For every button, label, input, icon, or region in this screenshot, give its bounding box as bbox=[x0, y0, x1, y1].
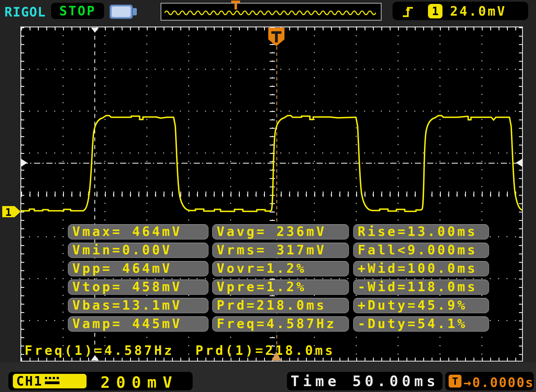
battery-fill bbox=[112, 6, 131, 17]
measure-cell-nwid: -Wid=118.0ms bbox=[353, 279, 489, 295]
channel1-scale: 200mV bbox=[100, 373, 178, 391]
measure-cell-rise: Rise=13.00ms bbox=[353, 224, 489, 240]
measure-cell-vpp: Vpp= 464mV bbox=[68, 261, 209, 276]
run-status-label: STOP bbox=[59, 3, 96, 18]
timebase-readout: Time 50.00ms bbox=[287, 372, 442, 390]
battery-icon bbox=[109, 4, 133, 19]
trigger-offset-t-icon: T bbox=[449, 375, 461, 388]
measure-cell-nduty: -Duty=54.1% bbox=[353, 316, 489, 332]
trigger-level-value: 24.0mV bbox=[450, 4, 506, 19]
freq-readout: Freq(1)=4.587Hz bbox=[25, 343, 174, 358]
trigger-offset-value: →0.0000s bbox=[463, 375, 534, 390]
measure-cell-vamp: Vamp= 445mV bbox=[68, 316, 209, 332]
rigol-logo: RIGOL bbox=[4, 4, 46, 20]
trigger-source-badge: 1 bbox=[428, 4, 442, 18]
measure-cell-vavg: Vavg= 236mV bbox=[212, 224, 349, 240]
measure-cell-prd: Prd=218.0ms bbox=[212, 298, 349, 313]
svg-text:1: 1 bbox=[5, 206, 12, 218]
measure-cell-vpre: Vpre=1.2% bbox=[212, 279, 349, 295]
channel1-label: CH1 bbox=[16, 374, 43, 389]
channel1-badge: CH1 bbox=[13, 374, 87, 388]
run-status-badge: STOP bbox=[51, 3, 104, 19]
measure-cell-pwid: +Wid=100.0ms bbox=[353, 261, 489, 276]
horizontal-position-strip bbox=[161, 3, 382, 21]
oscilloscope-screen: RIGOL STOP 1 24.0mV T <5Hz Vmax= 464mV V… bbox=[0, 0, 536, 392]
measure-cell-vtop: Vtop= 458mV bbox=[68, 279, 209, 295]
measure-cell-vmax: Vmax= 464mV bbox=[68, 224, 209, 240]
measure-cell-pduty: +Duty=45.9% bbox=[353, 298, 489, 313]
measure-cell-vrms: Vrms= 317mV bbox=[212, 243, 349, 258]
period-readout: Prd(1)=218.0ms bbox=[195, 343, 335, 358]
channel1-position-marker: 1 bbox=[2, 206, 21, 218]
measure-cell-vmin: Vmin=0.00V bbox=[68, 243, 209, 258]
dc-coupling-icon bbox=[45, 376, 59, 386]
measurement-panel: Vmax= 464mV Vavg= 236mV Rise=13.00ms Vmi… bbox=[68, 224, 490, 332]
measure-cell-vbas: Vbas=13.1mV bbox=[68, 298, 209, 313]
trigger-level-line bbox=[22, 163, 522, 164]
battery-nub bbox=[133, 8, 137, 15]
trigger-source-label: 1 bbox=[432, 5, 439, 18]
measure-cell-fall: Fall<9.000ms bbox=[353, 243, 489, 258]
measure-cell-freq: Freq=4.587Hz bbox=[212, 316, 349, 332]
measure-cell-vovr: Vovr=1.2% bbox=[212, 261, 349, 276]
